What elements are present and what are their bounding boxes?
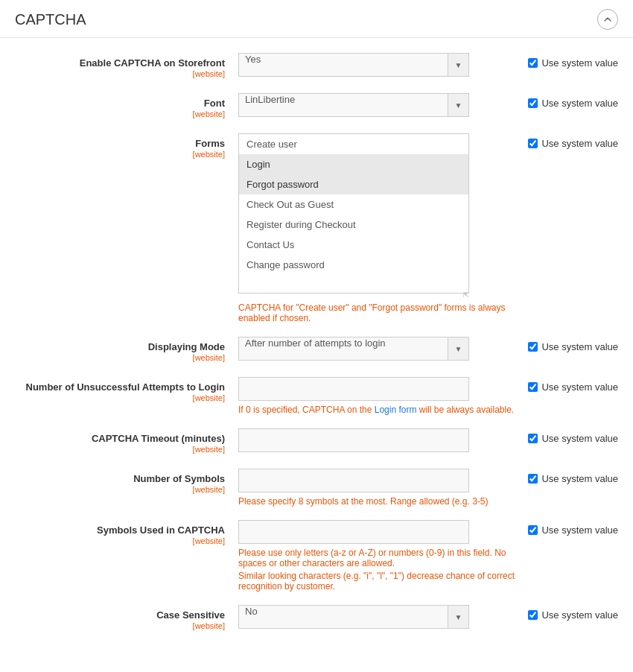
symbols-used-hint1: Please use only letters (a-z or A-Z) or … (238, 548, 518, 568)
case-sensitive-row: Case Sensitive [website] No ▼ Use system… (15, 605, 618, 632)
captcha-timeout-row: CAPTCHA Timeout (minutes) [website] 7 Us… (15, 428, 618, 455)
font-label-cell: Font [website] (15, 93, 238, 118)
captcha-form: Enable CAPTCHA on Storefront [website] Y… (0, 38, 633, 660)
forms-system-checkbox[interactable] (528, 139, 538, 148)
enable-captcha-sublabel: [website] (15, 69, 225, 78)
unsuccessful-attempts-label: Number of Unsuccessful Attempts to Login (26, 381, 225, 393)
enable-captcha-label-cell: Enable CAPTCHA on Storefront [website] (15, 53, 238, 78)
case-sensitive-value: No (239, 606, 448, 628)
displaying-mode-value: After number of attempts to login (239, 337, 448, 360)
symbols-used-input-cell: ABCDEFGHJKMnpqrstuvwxyz23456789 Please u… (238, 520, 518, 592)
number-symbols-label: Number of Symbols (133, 473, 225, 484)
case-sensitive-system-checkbox[interactable] (528, 610, 538, 620)
forms-option-login[interactable]: Login (239, 154, 468, 174)
displaying-mode-system-checkbox[interactable] (528, 342, 538, 352)
font-system-label: Use system value (541, 98, 618, 109)
symbols-used-sublabel: [website] (15, 536, 225, 545)
enable-captcha-select[interactable]: Yes ▼ (238, 53, 469, 77)
forms-option-contact-us[interactable]: Contact Us (239, 235, 468, 255)
case-sensitive-system-label: Use system value (541, 609, 618, 621)
forms-input-cell: Create user Login Forgot password Check … (238, 133, 518, 323)
enable-captcha-row: Enable CAPTCHA on Storefront [website] Y… (15, 53, 618, 80)
unsuccessful-attempts-system-checkbox[interactable] (528, 382, 538, 392)
number-symbols-row: Number of Symbols [website] 4-5 Please s… (15, 469, 618, 507)
case-sensitive-input-cell: No ▼ (238, 605, 518, 629)
captcha-timeout-label: CAPTCHA Timeout (minutes) (92, 433, 225, 444)
displaying-mode-label: Displaying Mode (148, 341, 225, 352)
font-row: Font [website] LinLibertine ▼ Use system… (15, 93, 618, 120)
displaying-mode-sublabel: [website] (15, 353, 225, 362)
font-value: LinLibertine (239, 94, 448, 116)
symbols-used-hint2: Similar looking characters (e.g. "i", "l… (238, 571, 518, 592)
forms-system-label: Use system value (541, 138, 618, 149)
forms-hint: CAPTCHA for "Create user" and "Forgot pa… (238, 302, 518, 323)
displaying-mode-select[interactable]: After number of attempts to login ▼ (238, 337, 469, 361)
case-sensitive-dropdown-arrow[interactable]: ▼ (448, 606, 468, 628)
unsuccessful-attempts-hint-part2: will be always available. (416, 405, 514, 415)
symbols-used-system-value-cell: Use system value (518, 520, 618, 536)
forms-option-forgot-password[interactable]: Forgot password (239, 174, 468, 194)
enable-captcha-system-value-cell: Use system value (518, 53, 618, 69)
forms-sublabel: [website] (15, 150, 225, 159)
font-input-cell: LinLibertine ▼ (238, 93, 518, 117)
unsuccessful-attempts-system-value-cell: Use system value (518, 377, 618, 393)
collapse-button[interactable] (597, 9, 618, 30)
enable-captcha-input-cell: Yes ▼ (238, 53, 518, 77)
forms-label-cell: Forms [website] (15, 133, 238, 159)
symbols-used-input[interactable]: ABCDEFGHJKMnpqrstuvwxyz23456789 (238, 520, 469, 544)
font-label: Font (204, 98, 225, 109)
forms-option-register-checkout[interactable]: Register during Checkout (239, 215, 468, 235)
resize-handle[interactable]: ⇱ (238, 292, 469, 299)
enable-captcha-system-label: Use system value (541, 57, 618, 69)
symbols-used-row: Symbols Used in CAPTCHA [website] ABCDEF… (15, 520, 618, 592)
forms-system-value-cell: Use system value (518, 133, 618, 149)
unsuccessful-attempts-sublabel: [website] (15, 393, 225, 402)
case-sensitive-sublabel: [website] (15, 621, 225, 630)
number-symbols-input[interactable]: 4-5 (238, 469, 469, 492)
captcha-timeout-input-cell: 7 (238, 428, 518, 452)
forms-multiselect-wrapper: Create user Login Forgot password Check … (238, 133, 518, 299)
enable-captcha-system-checkbox[interactable] (528, 58, 538, 68)
forms-option-checkout-guest[interactable]: Check Out as Guest (239, 194, 468, 215)
captcha-timeout-system-checkbox[interactable] (528, 434, 538, 443)
captcha-timeout-input[interactable]: 7 (238, 428, 469, 452)
unsuccessful-attempts-row: Number of Unsuccessful Attempts to Login… (15, 377, 618, 415)
font-system-checkbox[interactable] (528, 98, 538, 108)
displaying-mode-system-label: Use system value (541, 341, 618, 352)
captcha-timeout-sublabel: [website] (15, 445, 225, 454)
number-symbols-sublabel: [website] (15, 485, 225, 494)
forms-option-create-user[interactable]: Create user (239, 134, 468, 154)
symbols-used-system-checkbox[interactable] (528, 525, 538, 535)
displaying-mode-system-value-cell: Use system value (518, 337, 618, 352)
symbols-used-label: Symbols Used in CAPTCHA (97, 524, 225, 536)
displaying-mode-dropdown-arrow[interactable]: ▼ (448, 337, 468, 360)
unsuccessful-attempts-input-cell: 3 If 0 is specified, CAPTCHA on the Logi… (238, 377, 518, 415)
enable-captcha-value: Yes (239, 54, 448, 76)
font-dropdown-arrow[interactable]: ▼ (448, 94, 468, 116)
page-title: CAPTCHA (15, 11, 86, 28)
case-sensitive-select[interactable]: No ▼ (238, 605, 469, 629)
unsuccessful-attempts-hint-link: Login form (375, 405, 417, 415)
symbols-used-system-label: Use system value (541, 524, 618, 536)
case-sensitive-label: Case Sensitive (156, 609, 225, 621)
forms-multiselect[interactable]: Create user Login Forgot password Check … (238, 133, 469, 294)
number-symbols-input-cell: 4-5 Please specify 8 symbols at the most… (238, 469, 518, 507)
enable-captcha-dropdown-arrow[interactable]: ▼ (448, 54, 468, 76)
number-symbols-system-label: Use system value (541, 473, 618, 484)
number-symbols-system-value-cell: Use system value (518, 469, 618, 484)
forms-row: Forms [website] Create user Login Forgot… (15, 133, 618, 323)
forms-option-change-password[interactable]: Change password (239, 255, 468, 275)
unsuccessful-attempts-input[interactable]: 3 (238, 377, 469, 401)
font-system-value-cell: Use system value (518, 93, 618, 109)
font-select[interactable]: LinLibertine ▼ (238, 93, 469, 117)
captcha-timeout-system-label: Use system value (541, 433, 618, 444)
number-symbols-system-checkbox[interactable] (528, 474, 538, 484)
captcha-timeout-system-value-cell: Use system value (518, 428, 618, 444)
font-sublabel: [website] (15, 110, 225, 118)
displaying-mode-label-cell: Displaying Mode [website] (15, 337, 238, 362)
page-header: CAPTCHA (0, 0, 633, 38)
case-sensitive-label-cell: Case Sensitive [website] (15, 605, 238, 630)
number-symbols-hint: Please specify 8 symbols at the most. Ra… (238, 496, 518, 507)
displaying-mode-input-cell: After number of attempts to login ▼ (238, 337, 518, 361)
forms-label: Forms (195, 138, 225, 149)
